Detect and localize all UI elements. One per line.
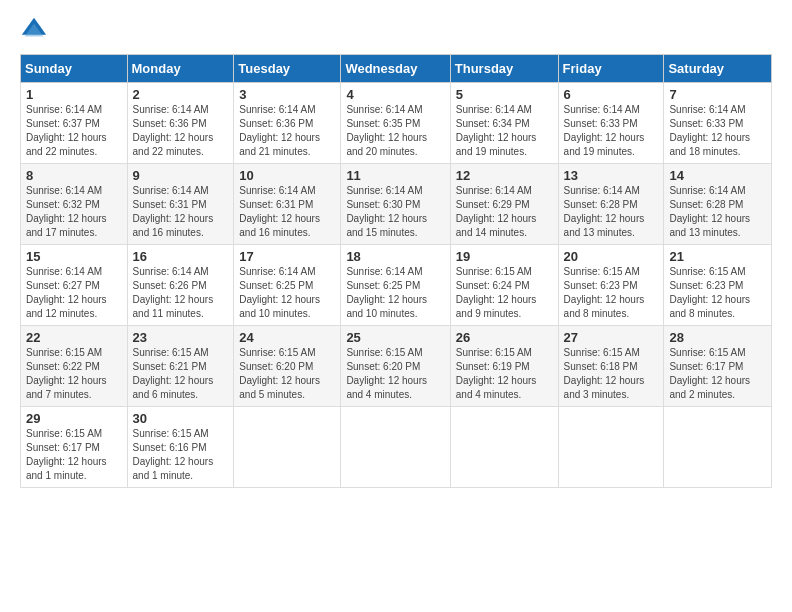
day-cell: 15 Sunrise: 6:14 AM Sunset: 6:27 PM Dayl… <box>21 245 128 326</box>
calendar-header-row: SundayMondayTuesdayWednesdayThursdayFrid… <box>21 55 772 83</box>
day-cell: 8 Sunrise: 6:14 AM Sunset: 6:32 PM Dayli… <box>21 164 128 245</box>
day-info: Sunrise: 6:14 AM Sunset: 6:25 PM Dayligh… <box>346 265 444 321</box>
day-info: Sunrise: 6:14 AM Sunset: 6:36 PM Dayligh… <box>133 103 229 159</box>
day-cell: 28 Sunrise: 6:15 AM Sunset: 6:17 PM Dayl… <box>664 326 772 407</box>
day-cell: 23 Sunrise: 6:15 AM Sunset: 6:21 PM Dayl… <box>127 326 234 407</box>
day-number: 21 <box>669 249 766 264</box>
week-row-3: 22 Sunrise: 6:15 AM Sunset: 6:22 PM Dayl… <box>21 326 772 407</box>
day-cell <box>558 407 664 488</box>
day-info: Sunrise: 6:14 AM Sunset: 6:27 PM Dayligh… <box>26 265 122 321</box>
day-cell: 10 Sunrise: 6:14 AM Sunset: 6:31 PM Dayl… <box>234 164 341 245</box>
day-info: Sunrise: 6:14 AM Sunset: 6:35 PM Dayligh… <box>346 103 444 159</box>
day-info: Sunrise: 6:14 AM Sunset: 6:34 PM Dayligh… <box>456 103 553 159</box>
header-wednesday: Wednesday <box>341 55 450 83</box>
day-info: Sunrise: 6:14 AM Sunset: 6:28 PM Dayligh… <box>669 184 766 240</box>
day-number: 6 <box>564 87 659 102</box>
day-number: 5 <box>456 87 553 102</box>
logo-icon <box>20 16 48 44</box>
day-info: Sunrise: 6:15 AM Sunset: 6:20 PM Dayligh… <box>239 346 335 402</box>
day-cell: 27 Sunrise: 6:15 AM Sunset: 6:18 PM Dayl… <box>558 326 664 407</box>
day-info: Sunrise: 6:15 AM Sunset: 6:22 PM Dayligh… <box>26 346 122 402</box>
day-info: Sunrise: 6:15 AM Sunset: 6:17 PM Dayligh… <box>669 346 766 402</box>
day-info: Sunrise: 6:14 AM Sunset: 6:31 PM Dayligh… <box>133 184 229 240</box>
day-info: Sunrise: 6:15 AM Sunset: 6:17 PM Dayligh… <box>26 427 122 483</box>
day-info: Sunrise: 6:15 AM Sunset: 6:18 PM Dayligh… <box>564 346 659 402</box>
day-number: 23 <box>133 330 229 345</box>
week-row-2: 15 Sunrise: 6:14 AM Sunset: 6:27 PM Dayl… <box>21 245 772 326</box>
day-cell: 17 Sunrise: 6:14 AM Sunset: 6:25 PM Dayl… <box>234 245 341 326</box>
header-thursday: Thursday <box>450 55 558 83</box>
day-number: 12 <box>456 168 553 183</box>
day-number: 1 <box>26 87 122 102</box>
day-number: 26 <box>456 330 553 345</box>
day-info: Sunrise: 6:14 AM Sunset: 6:37 PM Dayligh… <box>26 103 122 159</box>
day-number: 18 <box>346 249 444 264</box>
header-sunday: Sunday <box>21 55 128 83</box>
day-info: Sunrise: 6:15 AM Sunset: 6:19 PM Dayligh… <box>456 346 553 402</box>
day-number: 20 <box>564 249 659 264</box>
day-cell: 3 Sunrise: 6:14 AM Sunset: 6:36 PM Dayli… <box>234 83 341 164</box>
header-tuesday: Tuesday <box>234 55 341 83</box>
day-cell: 19 Sunrise: 6:15 AM Sunset: 6:24 PM Dayl… <box>450 245 558 326</box>
day-cell: 29 Sunrise: 6:15 AM Sunset: 6:17 PM Dayl… <box>21 407 128 488</box>
header <box>20 16 772 44</box>
day-cell: 1 Sunrise: 6:14 AM Sunset: 6:37 PM Dayli… <box>21 83 128 164</box>
day-cell <box>664 407 772 488</box>
day-number: 25 <box>346 330 444 345</box>
day-number: 30 <box>133 411 229 426</box>
day-info: Sunrise: 6:14 AM Sunset: 6:36 PM Dayligh… <box>239 103 335 159</box>
day-info: Sunrise: 6:15 AM Sunset: 6:24 PM Dayligh… <box>456 265 553 321</box>
week-row-0: 1 Sunrise: 6:14 AM Sunset: 6:37 PM Dayli… <box>21 83 772 164</box>
day-info: Sunrise: 6:14 AM Sunset: 6:33 PM Dayligh… <box>669 103 766 159</box>
day-number: 29 <box>26 411 122 426</box>
day-cell: 22 Sunrise: 6:15 AM Sunset: 6:22 PM Dayl… <box>21 326 128 407</box>
day-info: Sunrise: 6:14 AM Sunset: 6:32 PM Dayligh… <box>26 184 122 240</box>
day-cell: 13 Sunrise: 6:14 AM Sunset: 6:28 PM Dayl… <box>558 164 664 245</box>
day-number: 7 <box>669 87 766 102</box>
day-info: Sunrise: 6:14 AM Sunset: 6:26 PM Dayligh… <box>133 265 229 321</box>
day-info: Sunrise: 6:15 AM Sunset: 6:20 PM Dayligh… <box>346 346 444 402</box>
day-cell: 11 Sunrise: 6:14 AM Sunset: 6:30 PM Dayl… <box>341 164 450 245</box>
day-cell: 12 Sunrise: 6:14 AM Sunset: 6:29 PM Dayl… <box>450 164 558 245</box>
day-number: 3 <box>239 87 335 102</box>
day-number: 28 <box>669 330 766 345</box>
day-number: 10 <box>239 168 335 183</box>
logo <box>20 16 52 44</box>
day-number: 13 <box>564 168 659 183</box>
day-number: 16 <box>133 249 229 264</box>
day-info: Sunrise: 6:14 AM Sunset: 6:28 PM Dayligh… <box>564 184 659 240</box>
header-saturday: Saturday <box>664 55 772 83</box>
day-info: Sunrise: 6:15 AM Sunset: 6:16 PM Dayligh… <box>133 427 229 483</box>
day-cell: 7 Sunrise: 6:14 AM Sunset: 6:33 PM Dayli… <box>664 83 772 164</box>
day-number: 2 <box>133 87 229 102</box>
day-cell <box>341 407 450 488</box>
day-number: 11 <box>346 168 444 183</box>
header-monday: Monday <box>127 55 234 83</box>
day-number: 27 <box>564 330 659 345</box>
day-info: Sunrise: 6:14 AM Sunset: 6:30 PM Dayligh… <box>346 184 444 240</box>
day-number: 15 <box>26 249 122 264</box>
header-friday: Friday <box>558 55 664 83</box>
day-info: Sunrise: 6:15 AM Sunset: 6:21 PM Dayligh… <box>133 346 229 402</box>
day-number: 14 <box>669 168 766 183</box>
day-cell: 24 Sunrise: 6:15 AM Sunset: 6:20 PM Dayl… <box>234 326 341 407</box>
day-cell: 21 Sunrise: 6:15 AM Sunset: 6:23 PM Dayl… <box>664 245 772 326</box>
day-cell <box>450 407 558 488</box>
day-number: 22 <box>26 330 122 345</box>
day-info: Sunrise: 6:14 AM Sunset: 6:29 PM Dayligh… <box>456 184 553 240</box>
day-cell: 6 Sunrise: 6:14 AM Sunset: 6:33 PM Dayli… <box>558 83 664 164</box>
day-info: Sunrise: 6:15 AM Sunset: 6:23 PM Dayligh… <box>564 265 659 321</box>
day-number: 17 <box>239 249 335 264</box>
page: SundayMondayTuesdayWednesdayThursdayFrid… <box>0 0 792 612</box>
day-cell: 14 Sunrise: 6:14 AM Sunset: 6:28 PM Dayl… <box>664 164 772 245</box>
day-number: 19 <box>456 249 553 264</box>
day-cell: 2 Sunrise: 6:14 AM Sunset: 6:36 PM Dayli… <box>127 83 234 164</box>
calendar-table: SundayMondayTuesdayWednesdayThursdayFrid… <box>20 54 772 488</box>
day-info: Sunrise: 6:14 AM Sunset: 6:25 PM Dayligh… <box>239 265 335 321</box>
day-info: Sunrise: 6:14 AM Sunset: 6:31 PM Dayligh… <box>239 184 335 240</box>
day-info: Sunrise: 6:14 AM Sunset: 6:33 PM Dayligh… <box>564 103 659 159</box>
day-cell: 18 Sunrise: 6:14 AM Sunset: 6:25 PM Dayl… <box>341 245 450 326</box>
day-number: 8 <box>26 168 122 183</box>
day-cell: 30 Sunrise: 6:15 AM Sunset: 6:16 PM Dayl… <box>127 407 234 488</box>
week-row-1: 8 Sunrise: 6:14 AM Sunset: 6:32 PM Dayli… <box>21 164 772 245</box>
